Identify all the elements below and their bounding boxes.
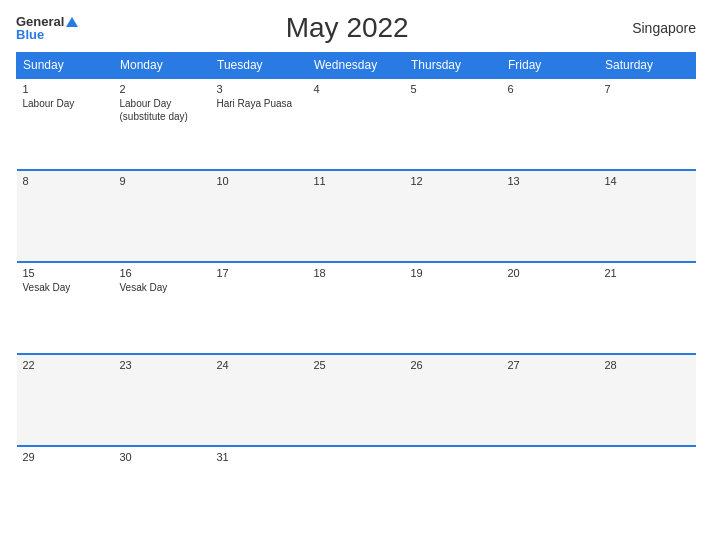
day-number: 21: [605, 267, 690, 279]
calendar-cell: 31: [211, 446, 308, 538]
calendar-cell: 13: [502, 170, 599, 262]
day-number: 24: [217, 359, 302, 371]
calendar-cell: 30: [114, 446, 211, 538]
calendar-cell: 17: [211, 262, 308, 354]
logo: General Blue: [16, 15, 78, 41]
weekday-header-saturday: Saturday: [599, 53, 696, 79]
day-number: 3: [217, 83, 302, 95]
calendar-cell: [308, 446, 405, 538]
calendar-cell: 21: [599, 262, 696, 354]
weekday-header-monday: Monday: [114, 53, 211, 79]
day-number: 10: [217, 175, 302, 187]
calendar-cell: 16Vesak Day: [114, 262, 211, 354]
calendar-cell: [502, 446, 599, 538]
weekday-header-row: SundayMondayTuesdayWednesdayThursdayFrid…: [17, 53, 696, 79]
calendar-week-row: 1Labour Day2Labour Day(substitute day)3H…: [17, 78, 696, 170]
calendar-cell: 18: [308, 262, 405, 354]
month-title: May 2022: [78, 12, 616, 44]
logo-triangle-icon: [66, 17, 78, 27]
calendar-cell: 10: [211, 170, 308, 262]
day-number: 30: [120, 451, 205, 463]
weekday-header-friday: Friday: [502, 53, 599, 79]
calendar-cell: 24: [211, 354, 308, 446]
country-label: Singapore: [616, 20, 696, 36]
day-number: 17: [217, 267, 302, 279]
day-number: 26: [411, 359, 496, 371]
header: General Blue May 2022 Singapore: [16, 12, 696, 44]
calendar-cell: 14: [599, 170, 696, 262]
day-number: 11: [314, 175, 399, 187]
calendar-cell: 26: [405, 354, 502, 446]
day-number: 4: [314, 83, 399, 95]
day-number: 14: [605, 175, 690, 187]
calendar-cell: 29: [17, 446, 114, 538]
calendar-cell: 12: [405, 170, 502, 262]
day-number: 25: [314, 359, 399, 371]
day-number: 12: [411, 175, 496, 187]
calendar-cell: 4: [308, 78, 405, 170]
day-number: 15: [23, 267, 108, 279]
day-event: Vesak Day: [120, 281, 205, 294]
calendar-cell: 7: [599, 78, 696, 170]
calendar-cell: [599, 446, 696, 538]
calendar-cell: 2Labour Day(substitute day): [114, 78, 211, 170]
day-number: 27: [508, 359, 593, 371]
calendar-cell: 27: [502, 354, 599, 446]
calendar-cell: [405, 446, 502, 538]
day-number: 20: [508, 267, 593, 279]
day-number: 28: [605, 359, 690, 371]
calendar-cell: 9: [114, 170, 211, 262]
calendar-cell: 22: [17, 354, 114, 446]
weekday-header-thursday: Thursday: [405, 53, 502, 79]
calendar-container: General Blue May 2022 Singapore SundayMo…: [0, 0, 712, 550]
calendar-cell: 23: [114, 354, 211, 446]
calendar-cell: 20: [502, 262, 599, 354]
calendar-cell: 1Labour Day: [17, 78, 114, 170]
logo-blue: Blue: [16, 28, 44, 41]
day-event: (substitute day): [120, 110, 205, 123]
day-number: 13: [508, 175, 593, 187]
calendar-cell: 25: [308, 354, 405, 446]
calendar-cell: 3Hari Raya Puasa: [211, 78, 308, 170]
day-event: Labour Day: [120, 97, 205, 110]
day-number: 19: [411, 267, 496, 279]
calendar-cell: 6: [502, 78, 599, 170]
calendar-cell: 28: [599, 354, 696, 446]
calendar-cell: 5: [405, 78, 502, 170]
day-event: Labour Day: [23, 97, 108, 110]
day-number: 8: [23, 175, 108, 187]
day-number: 23: [120, 359, 205, 371]
day-number: 2: [120, 83, 205, 95]
day-number: 18: [314, 267, 399, 279]
weekday-header-tuesday: Tuesday: [211, 53, 308, 79]
calendar-cell: 8: [17, 170, 114, 262]
day-event: Vesak Day: [23, 281, 108, 294]
calendar-cell: 15Vesak Day: [17, 262, 114, 354]
day-number: 1: [23, 83, 108, 95]
calendar-week-row: 293031: [17, 446, 696, 538]
calendar-table: SundayMondayTuesdayWednesdayThursdayFrid…: [16, 52, 696, 538]
weekday-header-sunday: Sunday: [17, 53, 114, 79]
calendar-cell: 19: [405, 262, 502, 354]
calendar-week-row: 22232425262728: [17, 354, 696, 446]
day-number: 31: [217, 451, 302, 463]
day-number: 22: [23, 359, 108, 371]
calendar-week-row: 15Vesak Day16Vesak Day1718192021: [17, 262, 696, 354]
weekday-header-wednesday: Wednesday: [308, 53, 405, 79]
day-number: 29: [23, 451, 108, 463]
day-number: 9: [120, 175, 205, 187]
day-number: 6: [508, 83, 593, 95]
day-number: 7: [605, 83, 690, 95]
day-event: Hari Raya Puasa: [217, 97, 302, 110]
calendar-cell: 11: [308, 170, 405, 262]
calendar-week-row: 891011121314: [17, 170, 696, 262]
day-number: 16: [120, 267, 205, 279]
day-number: 5: [411, 83, 496, 95]
